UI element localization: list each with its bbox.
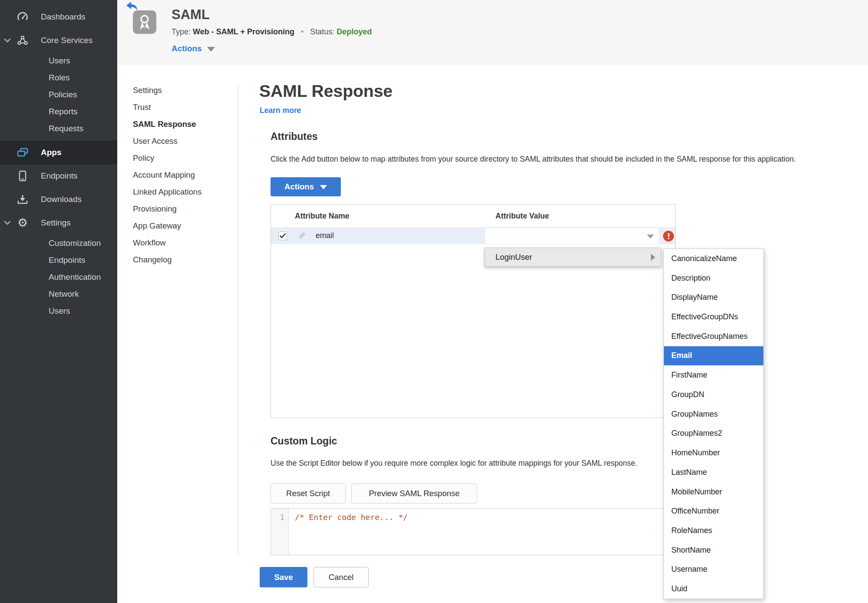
cancel-button[interactable]: Cancel bbox=[314, 567, 369, 587]
gear-icon: ⚙ bbox=[15, 217, 30, 229]
value-menu-loginuser[interactable]: LoginUser bbox=[485, 248, 661, 267]
attribute-name-cell: email bbox=[316, 231, 334, 240]
sidebar-item-label: Requests bbox=[49, 124, 83, 133]
menu-parent-label: LoginUser bbox=[495, 252, 532, 262]
nav-item-linked-applications[interactable]: Linked Applications bbox=[133, 183, 233, 200]
chevron-down-icon[interactable] bbox=[0, 221, 15, 225]
apps-icon bbox=[15, 147, 30, 158]
sidebar-item-users[interactable]: Users bbox=[0, 52, 117, 69]
sidebar-item-label: Core Services bbox=[41, 36, 92, 45]
status-label: Status: bbox=[310, 27, 334, 36]
sidebar-item-authentication[interactable]: Authentication bbox=[0, 268, 117, 285]
nav-divider bbox=[238, 83, 238, 555]
page-title: SAML bbox=[172, 7, 210, 23]
menu-item-effectivegroupnames[interactable]: EffectiveGroupNames bbox=[664, 327, 763, 346]
nav-item-settings[interactable]: Settings bbox=[133, 82, 233, 99]
sidebar-item-label: Roles bbox=[49, 73, 70, 83]
sidebar-item-settings-endpoints[interactable]: Endpoints bbox=[0, 252, 117, 268]
menu-item-shortname[interactable]: ShortName bbox=[664, 540, 763, 560]
preview-saml-response-button[interactable]: Preview SAML Response bbox=[351, 484, 477, 504]
menu-item-lastname[interactable]: LastName bbox=[664, 463, 763, 482]
sidebar-item-roles[interactable]: Roles bbox=[0, 69, 117, 86]
menu-item-officenumber[interactable]: OfficeNumber bbox=[664, 501, 763, 521]
reset-script-button[interactable]: Reset Script bbox=[271, 484, 346, 504]
sidebar-item-reports[interactable]: Reports bbox=[0, 103, 117, 120]
custom-logic-description: Use the Script Editor below if you requi… bbox=[271, 459, 637, 468]
sidebar-item-downloads[interactable]: Downloads bbox=[0, 188, 117, 211]
menu-item-effectivegroupdns[interactable]: EffectiveGroupDNs bbox=[664, 307, 763, 327]
sidebar-item-network[interactable]: Network bbox=[0, 285, 117, 302]
menu-item-uuid[interactable]: Uuid bbox=[664, 579, 763, 599]
sidebar-item-label: Apps bbox=[41, 148, 62, 157]
nav-item-saml-response[interactable]: SAML Response bbox=[133, 116, 233, 133]
pencil-icon[interactable]: ✎ bbox=[298, 231, 306, 241]
editor-code[interactable]: /* Enter code here... */ bbox=[289, 509, 675, 555]
nav-item-provisioning[interactable]: Provisioning bbox=[133, 200, 233, 217]
menu-item-rolenames[interactable]: RoleNames bbox=[664, 521, 763, 540]
nav-item-workflow[interactable]: Workflow bbox=[133, 234, 233, 251]
sidebar-item-settings[interactable]: ⚙ Settings bbox=[0, 211, 117, 235]
nav-item-changelog[interactable]: Changelog bbox=[133, 251, 233, 268]
menu-item-groupnames[interactable]: GroupNames bbox=[664, 404, 763, 424]
sidebar-item-endpoints[interactable]: Endpoints bbox=[0, 164, 117, 188]
chevron-down-icon[interactable] bbox=[0, 38, 15, 43]
separator-dot: • bbox=[301, 27, 304, 36]
sidebar-item-label: Authentication bbox=[49, 272, 101, 282]
column-header-attribute-name: Attribute Name bbox=[291, 212, 485, 221]
sidebar-item-label: Endpoints bbox=[41, 171, 78, 181]
learn-more-link[interactable]: Learn more bbox=[260, 106, 301, 115]
menu-item-groupnames2[interactable]: GroupNames2 bbox=[664, 424, 763, 443]
triangle-down-icon bbox=[207, 47, 215, 52]
menu-item-email[interactable]: Email bbox=[664, 346, 763, 366]
sidebar-item-label: Settings bbox=[41, 218, 71, 228]
sidebar-item-label: Policies bbox=[49, 90, 77, 99]
download-icon bbox=[15, 194, 30, 205]
endpoint-icon bbox=[15, 170, 30, 182]
sidebar-item-requests[interactable]: Requests bbox=[0, 120, 117, 137]
actions-label: Actions bbox=[172, 44, 202, 53]
type-label: Type: bbox=[172, 27, 191, 36]
menu-item-mobilenumber[interactable]: MobileNumber bbox=[664, 482, 763, 502]
attribute-value-combobox[interactable] bbox=[485, 228, 659, 244]
nav-item-policy[interactable]: Policy bbox=[133, 149, 233, 166]
sidebar-item-label: Downloads bbox=[41, 195, 82, 204]
nav-item-account-mapping[interactable]: Account Mapping bbox=[133, 166, 233, 183]
row-checkbox[interactable] bbox=[278, 232, 287, 240]
sidebar-item-label: Endpoints bbox=[49, 255, 86, 265]
sidebar-item-label: Customization bbox=[49, 239, 101, 248]
sidebar-item-core-services[interactable]: Core Services bbox=[0, 29, 117, 52]
nav-item-app-gateway[interactable]: App Gateway bbox=[133, 217, 233, 234]
column-header-attribute-value: Attribute Value bbox=[485, 212, 675, 221]
type-value: Web - SAML + Provisioning bbox=[193, 27, 294, 36]
attributes-actions-button[interactable]: Actions bbox=[271, 177, 341, 196]
menu-item-description[interactable]: Description bbox=[664, 268, 763, 288]
custom-logic-heading: Custom Logic bbox=[271, 435, 337, 447]
sidebar-item-policies[interactable]: Policies bbox=[0, 86, 117, 103]
menu-item-groupdn[interactable]: GroupDN bbox=[664, 385, 763, 404]
header-actions-dropdown[interactable]: Actions bbox=[172, 44, 215, 53]
menu-item-canonicalizename[interactable]: CanonicalizeName bbox=[664, 249, 763, 268]
sidebar-item-customization[interactable]: Customization bbox=[0, 235, 117, 252]
actions-button-label: Actions bbox=[284, 182, 314, 192]
nav-item-user-access[interactable]: User Access bbox=[133, 133, 233, 149]
sidebar-item-label: Users bbox=[49, 306, 70, 316]
sidebar-item-settings-users[interactable]: Users bbox=[0, 302, 117, 319]
sidebar-item-label: Users bbox=[49, 56, 70, 66]
award-ribbon-icon bbox=[133, 10, 156, 34]
menu-item-homenumber[interactable]: HomeNumber bbox=[664, 443, 763, 463]
sidebar-item-dashboards[interactable]: Dashboards bbox=[0, 5, 117, 29]
core-services-icon bbox=[15, 35, 30, 46]
menu-item-username[interactable]: Username bbox=[664, 560, 763, 580]
triangle-right-icon bbox=[651, 254, 655, 261]
menu-item-firstname[interactable]: FirstName bbox=[664, 365, 763, 385]
sidebar-item-label: Reports bbox=[49, 107, 78, 116]
table-row[interactable]: ✎ email bbox=[271, 228, 675, 244]
save-button[interactable]: Save bbox=[260, 567, 307, 587]
menu-item-displayname[interactable]: DisplayName bbox=[664, 288, 763, 307]
value-submenu: CanonicalizeName Description DisplayName… bbox=[663, 248, 764, 599]
script-editor[interactable]: 1 /* Enter code here... */ bbox=[271, 508, 676, 555]
triangle-down-icon[interactable] bbox=[647, 235, 654, 239]
sidebar-item-label: Dashboards bbox=[41, 12, 85, 22]
nav-item-trust[interactable]: Trust bbox=[133, 99, 233, 116]
sidebar-item-apps[interactable]: Apps bbox=[0, 141, 117, 164]
